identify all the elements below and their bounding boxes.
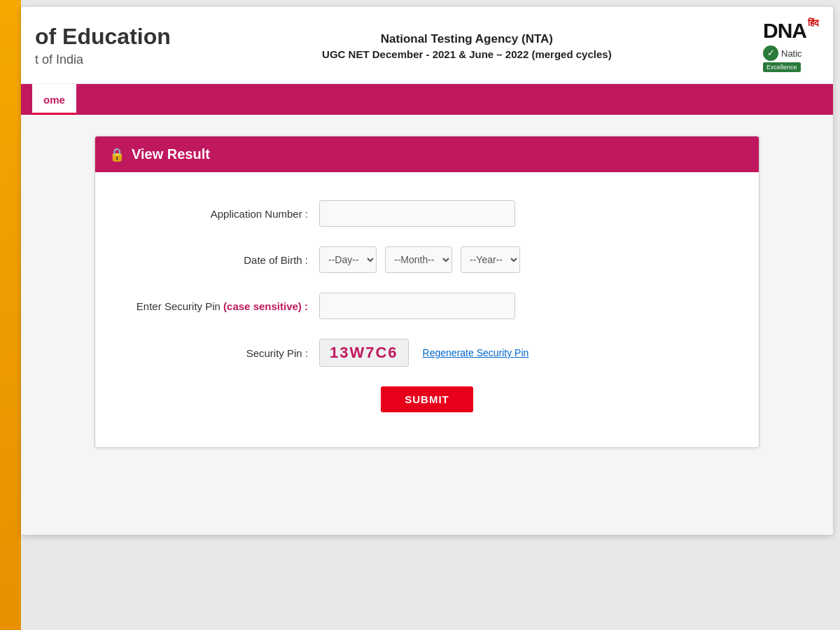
site-header: of Education t of India National Testing… bbox=[21, 7, 833, 84]
nav-bar: ome bbox=[21, 84, 833, 115]
application-number-input[interactable] bbox=[319, 200, 515, 227]
hindi-text: हिंद bbox=[808, 18, 819, 29]
pin-value-box: 13W7C6 bbox=[319, 339, 409, 367]
security-pin-input-row: Enter Security Pin (case sensitive) : bbox=[123, 293, 731, 319]
view-result-card: 🔒 View Result Application Number : Date … bbox=[94, 136, 760, 448]
security-pin-text: Enter Security Pin bbox=[136, 300, 220, 312]
application-number-row: Application Number : bbox=[123, 200, 731, 227]
header-center: National Testing Agency (NTA) UGC NET De… bbox=[171, 30, 763, 60]
education-title: of Education bbox=[35, 23, 171, 50]
ugc-net-subtitle: UGC NET December - 2021 & June – 2022 (m… bbox=[171, 48, 763, 60]
dna-top-row: DNA हिंद bbox=[763, 19, 819, 43]
view-result-title: View Result bbox=[132, 146, 210, 162]
dob-row: Date of Birth : --Day-- --Month-- --Year… bbox=[123, 246, 731, 273]
view-result-body: Application Number : Date of Birth : --D… bbox=[95, 172, 759, 447]
header-right: DNA हिंद ✓ Natic Excellence bbox=[763, 19, 819, 72]
left-accent-bar bbox=[0, 0, 21, 630]
nta-agency-title: National Testing Agency (NTA) bbox=[171, 30, 763, 48]
case-sensitive-label: (case sensitive) : bbox=[223, 300, 308, 312]
security-pin-value-label: Security Pin : bbox=[123, 347, 319, 359]
security-pin-input[interactable] bbox=[319, 293, 515, 319]
india-title: t of India bbox=[35, 52, 171, 67]
security-pin-input-label: Enter Security Pin (case sensitive) : bbox=[123, 300, 319, 312]
submit-row: SUBMIT bbox=[123, 386, 731, 412]
submit-button[interactable]: SUBMIT bbox=[381, 386, 473, 412]
month-select[interactable]: --Month-- bbox=[385, 246, 452, 273]
main-card: of Education t of India National Testing… bbox=[21, 7, 833, 535]
app-number-label: Application Number : bbox=[123, 208, 319, 220]
content-area: 🔒 View Result Application Number : Date … bbox=[21, 115, 833, 535]
dna-logo-box: DNA हिंद ✓ Natic Excellence bbox=[763, 19, 819, 72]
date-selects: --Day-- --Month-- --Year-- bbox=[319, 246, 731, 273]
excellence-badge: Excellence bbox=[763, 62, 801, 72]
year-select[interactable]: --Year-- bbox=[461, 246, 520, 273]
natic-text: Natic bbox=[781, 48, 802, 59]
header-left: of Education t of India bbox=[35, 23, 171, 67]
security-pin-display-row: Security Pin : 13W7C6 Regenerate Securit… bbox=[123, 339, 731, 367]
lock-icon: 🔒 bbox=[109, 147, 125, 162]
dna-text: DNA bbox=[763, 19, 806, 43]
check-icon: ✓ bbox=[763, 46, 778, 61]
security-pin-display: 13W7C6 Regenerate Security Pin bbox=[319, 339, 528, 367]
view-result-header: 🔒 View Result bbox=[95, 136, 759, 172]
outer-wrapper: of Education t of India National Testing… bbox=[0, 0, 840, 630]
dob-label: Date of Birth : bbox=[123, 254, 319, 266]
nav-home[interactable]: ome bbox=[32, 84, 76, 115]
day-select[interactable]: --Day-- bbox=[319, 246, 377, 273]
regenerate-link[interactable]: Regenerate Security Pin bbox=[423, 347, 529, 358]
